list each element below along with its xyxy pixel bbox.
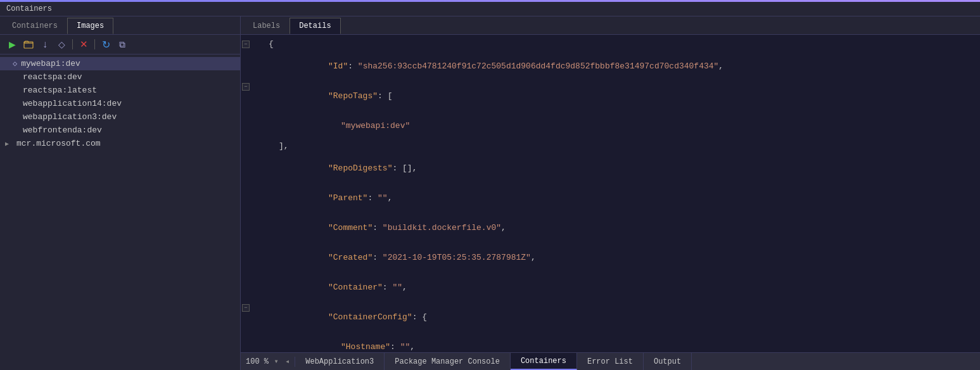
pull-button[interactable]: ↓: [38, 37, 52, 51]
toolbar-separator: [72, 39, 73, 49]
json-repotags-open: "RepoTags": [: [266, 82, 392, 110]
tree-item-reactspa-dev[interactable]: reactspa:dev: [0, 70, 240, 84]
tree-item-label: mywebapi:dev: [21, 59, 80, 68]
collapse-btn-11[interactable]: −: [242, 304, 250, 312]
tab-images[interactable]: Images: [67, 18, 113, 34]
tree-item-reactspa-latest[interactable]: reactspa:latest: [0, 84, 240, 97]
image-tree-list: ◇ mywebapi:dev reactspa:dev reactspa:lat…: [0, 54, 240, 370]
tree-item-label: reactspa:latest: [23, 86, 97, 95]
status-bar: 100 % ▾ ◂ WebApplication3 Package Manage…: [241, 352, 980, 370]
json-line-4: "mywebapi:dev": [241, 111, 980, 141]
json-repodigests: "RepoDigests": [],: [266, 154, 417, 182]
content-area: Containers Images ▶ ↓ ◇ ✕ ↻ ⧉ ◇: [0, 16, 980, 370]
bottom-tab-error-list[interactable]: Error List: [577, 353, 644, 370]
json-repotag-value: "mywebapi:dev": [266, 112, 410, 140]
collapse-btn-3[interactable]: −: [242, 83, 250, 91]
scroll-left-btn[interactable]: ◂: [285, 357, 290, 366]
refresh-button[interactable]: ↻: [99, 37, 113, 51]
json-line-12: "Hostname": "",: [241, 332, 980, 352]
image-icon: ◇: [13, 59, 17, 68]
tree-item-webapplication3-dev[interactable]: webapplication3:dev: [0, 110, 240, 124]
zoom-control: 100 % ▾ ◂: [241, 357, 295, 367]
tree-item-label: reactspa:dev: [23, 72, 82, 82]
delete-button[interactable]: ✕: [77, 37, 91, 51]
open-folder-button[interactable]: [22, 37, 35, 51]
zoom-dropdown-btn[interactable]: ▾: [271, 357, 281, 367]
zoom-value: 100 %: [246, 357, 269, 366]
json-created: "Created": "2021-10-19T05:25:35.2787981Z…: [266, 243, 536, 272]
tree-item-webfrontenda-dev[interactable]: webfrontenda:dev: [0, 124, 240, 137]
json-hostname: "Hostname": "",: [266, 333, 415, 352]
json-line-10: "Container": "",: [241, 272, 980, 302]
right-panel: Labels Details − { "Id": "sha256:93ccb47…: [241, 16, 980, 370]
tree-item-label: mcr.microsoft.com: [16, 139, 101, 148]
tab-details[interactable]: Details: [290, 18, 340, 34]
toolbar-separator-2: [94, 39, 95, 49]
json-line-3: − "RepoTags": [: [241, 81, 980, 111]
json-content: − { "Id": "sha256:93ccb4781240f91c72c505…: [241, 35, 980, 352]
toolbar: ▶ ↓ ◇ ✕ ↻ ⧉: [0, 35, 240, 54]
tree-item-label: webapplication14:dev: [23, 99, 122, 108]
json-line-1: − {: [241, 39, 980, 51]
json-line-6: "RepoDigests": [],: [241, 153, 980, 183]
json-line-5: ],: [241, 141, 980, 153]
right-tab-bar: Labels Details: [241, 16, 980, 35]
tab-labels[interactable]: Labels: [243, 18, 290, 34]
left-tab-bar: Containers Images: [0, 16, 240, 35]
left-panel: Containers Images ▶ ↓ ◇ ✕ ↻ ⧉ ◇: [0, 16, 241, 370]
bottom-tab-package-manager[interactable]: Package Manager Console: [385, 353, 511, 370]
run-button[interactable]: ▶: [5, 37, 19, 51]
window-title: Containers: [0, 2, 980, 16]
json-line-11: − "ContainerConfig": {: [241, 302, 980, 332]
copy-button[interactable]: ⧉: [115, 37, 129, 51]
json-container: "Container": "",: [266, 273, 407, 302]
tree-item-label: webfrontenda:dev: [23, 125, 102, 135]
json-comment: "Comment": "buildkit.dockerfile.v0",: [266, 214, 506, 242]
json-line-9: "Created": "2021-10-19T05:25:35.2787981Z…: [241, 243, 980, 272]
bottom-tab-output[interactable]: Output: [644, 353, 692, 370]
tab-containers[interactable]: Containers: [3, 18, 67, 34]
collapse-btn-1[interactable]: −: [242, 41, 250, 48]
json-line-2: "Id": "sha256:93ccb4781240f91c72c505d1d9…: [241, 51, 980, 81]
tree-item-label: webapplication3:dev: [23, 112, 117, 122]
bottom-tab-containers[interactable]: Containers: [511, 353, 577, 370]
json-parent: "Parent": "",: [266, 184, 392, 212]
json-brace-open: {: [266, 39, 274, 49]
bottom-tabs: WebApplication3 Package Manager Console …: [295, 353, 980, 370]
tree-item-mcr-microsoft[interactable]: ▶ mcr.microsoft.com: [0, 137, 240, 150]
tag-button[interactable]: ◇: [54, 37, 68, 51]
json-repotags-close: ],: [266, 141, 289, 151]
bottom-tab-webapplication3[interactable]: WebApplication3: [295, 353, 385, 370]
json-line-8: "Comment": "buildkit.dockerfile.v0",: [241, 213, 980, 243]
tree-item-mywebapi-dev[interactable]: ◇ mywebapi:dev: [0, 57, 240, 70]
json-id: "Id": "sha256:93ccb4781240f91c72c505d1d9…: [266, 52, 723, 80]
json-line-7: "Parent": "",: [241, 183, 980, 213]
expand-arrow-icon[interactable]: ▶: [5, 140, 14, 148]
tree-item-webapplication14-dev[interactable]: webapplication14:dev: [0, 97, 240, 110]
json-containerconfig-open: "ContainerConfig": {: [266, 303, 427, 331]
